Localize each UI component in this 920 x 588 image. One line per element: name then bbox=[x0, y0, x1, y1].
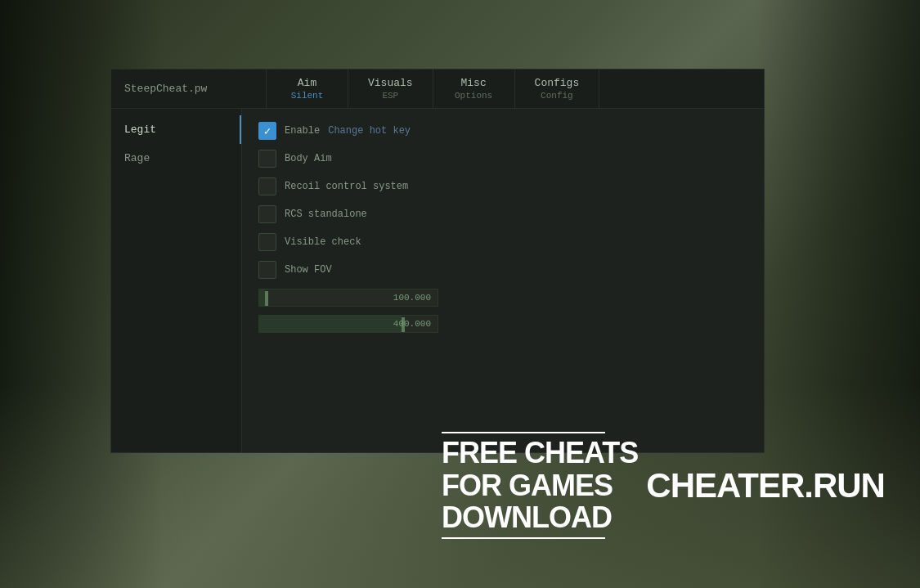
slider-1-value: 100.000 bbox=[393, 293, 431, 303]
tab-aim-sub: Silent bbox=[291, 91, 324, 101]
rcs-standalone-row: RCS standalone bbox=[258, 205, 747, 223]
rcs-standalone-label: RCS standalone bbox=[285, 209, 367, 220]
content-area: Legit Rage Enable Change hot key Body Ai… bbox=[111, 109, 764, 452]
tab-misc[interactable]: Misc Options bbox=[433, 70, 515, 108]
tab-aim-main: Aim bbox=[298, 77, 316, 89]
main-panel: Enable Change hot key Body Aim Recoil co… bbox=[242, 109, 764, 452]
rcs-standalone-checkbox[interactable] bbox=[258, 205, 276, 223]
slider-2-container: 400.000 bbox=[258, 315, 747, 334]
watermark-line2: FOR GAMES bbox=[442, 469, 638, 502]
visible-check-label: Visible check bbox=[285, 236, 361, 248]
change-hotkey-button[interactable]: Change hot key bbox=[328, 125, 411, 137]
cheat-window: SteepCheat.pw Aim Silent Visuals ESP Mis… bbox=[110, 69, 765, 453]
nav-tabs: Aim Silent Visuals ESP Misc Options Conf… bbox=[267, 70, 764, 108]
slider-1-container: 100.000 bbox=[258, 289, 747, 308]
tab-aim[interactable]: Aim Silent bbox=[267, 70, 348, 108]
watermark-left: FREE CHEATS FOR GAMES DOWNLOAD bbox=[442, 432, 638, 539]
slider-2-value: 400.000 bbox=[393, 319, 431, 329]
tab-misc-main: Misc bbox=[461, 77, 487, 89]
show-fov-row: Show FOV bbox=[258, 261, 747, 279]
sidebar-item-legit[interactable]: Legit bbox=[111, 115, 241, 144]
watermark-site: CHEATER.RUN bbox=[646, 466, 885, 505]
watermark: FREE CHEATS FOR GAMES DOWNLOAD CHEATER.R… bbox=[442, 432, 885, 539]
body-aim-label: Body Aim bbox=[285, 153, 332, 164]
slider-1[interactable]: 100.000 bbox=[258, 289, 438, 307]
show-fov-checkbox[interactable] bbox=[258, 261, 276, 279]
tab-configs[interactable]: Configs Config bbox=[515, 70, 600, 108]
watermark-line3: DOWNLOAD bbox=[442, 501, 638, 534]
tab-visuals[interactable]: Visuals ESP bbox=[348, 70, 433, 108]
slider-2[interactable]: 400.000 bbox=[258, 315, 438, 333]
body-aim-row: Body Aim bbox=[258, 150, 747, 168]
body-aim-checkbox[interactable] bbox=[258, 150, 276, 168]
visible-check-row: Visible check bbox=[258, 233, 747, 251]
rcs-row: Recoil control system bbox=[258, 177, 747, 195]
sidebar-rage-label: Rage bbox=[124, 152, 150, 164]
sidebar-item-rage[interactable]: Rage bbox=[111, 144, 241, 173]
show-fov-label: Show FOV bbox=[285, 264, 332, 276]
watermark-bottom-border bbox=[442, 537, 605, 539]
visible-check-checkbox[interactable] bbox=[258, 233, 276, 251]
enable-checkbox[interactable] bbox=[258, 122, 276, 140]
rcs-label: Recoil control system bbox=[285, 181, 408, 192]
enable-label: Enable bbox=[285, 125, 320, 137]
app-title: SteepCheat.pw bbox=[111, 70, 267, 108]
enable-row: Enable Change hot key bbox=[258, 122, 747, 140]
watermark-top-border bbox=[442, 432, 605, 433]
tab-visuals-sub: ESP bbox=[382, 91, 398, 101]
tab-configs-main: Configs bbox=[535, 77, 580, 89]
tab-configs-sub: Config bbox=[541, 91, 573, 101]
tab-misc-sub: Options bbox=[455, 91, 492, 101]
rcs-checkbox[interactable] bbox=[258, 177, 276, 195]
tab-visuals-main: Visuals bbox=[368, 77, 413, 89]
sidebar: Legit Rage bbox=[111, 109, 242, 452]
nav-bar: SteepCheat.pw Aim Silent Visuals ESP Mis… bbox=[111, 70, 764, 109]
watermark-line1: FREE CHEATS bbox=[442, 437, 638, 469]
sidebar-legit-label: Legit bbox=[124, 123, 156, 136]
